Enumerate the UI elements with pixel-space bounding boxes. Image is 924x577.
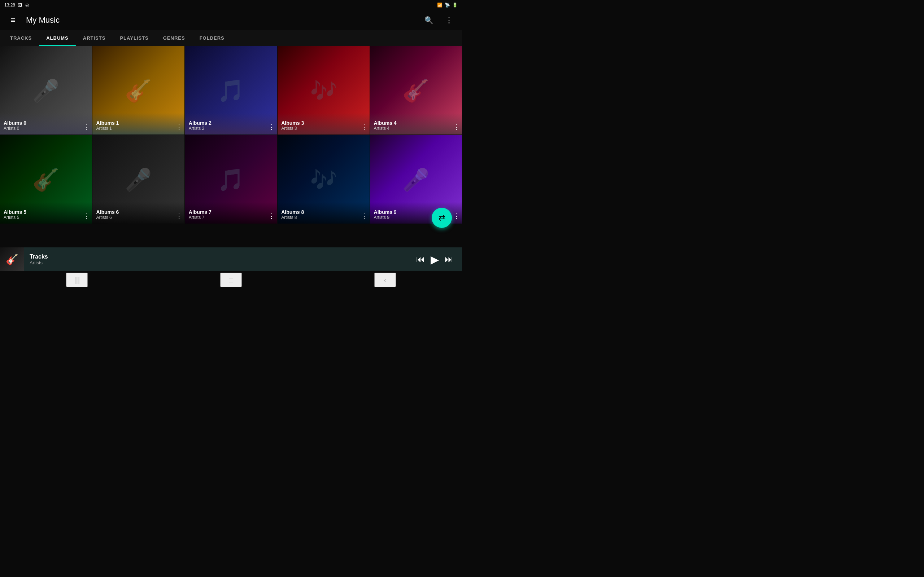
album-overlay-3: Albums 3Artists 3 [278, 113, 369, 134]
album-artist-7: Artists 7 [189, 215, 273, 220]
shuffle-icon: ⇄ [439, 213, 445, 222]
album-artist-0: Artists 0 [3, 126, 88, 131]
home-button[interactable]: □ [220, 272, 242, 287]
status-bar: 13:28 🖼 ◎ 📶 📡 🔋 [0, 0, 462, 10]
album-menu-3[interactable] [361, 124, 367, 130]
search-icon: 🔍 [425, 16, 433, 24]
album-menu-1[interactable] [176, 124, 182, 130]
search-button[interactable]: 🔍 [422, 13, 436, 27]
album-card-7[interactable]: Albums 7Artists 7 [185, 135, 277, 224]
time: 13:28 [4, 3, 15, 8]
status-left: 13:28 🖼 ◎ [4, 3, 29, 8]
hamburger-menu-button[interactable] [6, 13, 20, 27]
album-overlay-8: Albums 8Artists 8 [278, 202, 369, 224]
status-right: 📶 📡 🔋 [437, 3, 458, 8]
album-artist-6: Artists 6 [96, 215, 181, 220]
more-options-button[interactable]: ⋮ [442, 13, 456, 27]
prev-button[interactable]: ⏮ [416, 254, 425, 264]
album-card-6[interactable]: Albums 6Artists 6 [92, 135, 184, 224]
tab-folders[interactable]: FOLDERS [192, 30, 232, 46]
back-button[interactable]: ‹ [374, 272, 396, 287]
home-icon: □ [229, 276, 233, 284]
album-name-7: Albums 7 [189, 209, 273, 215]
tab-genres[interactable]: GENRES [156, 30, 192, 46]
album-menu-6[interactable] [176, 213, 182, 219]
player-artist-name: Artists [30, 260, 410, 266]
gallery-icon: 🖼 [18, 3, 23, 8]
album-menu-4[interactable] [453, 124, 460, 130]
album-name-4: Albums 4 [374, 120, 459, 126]
album-overlay-2: Albums 2Artists 2 [185, 113, 277, 134]
album-overlay-7: Albums 7Artists 7 [185, 202, 277, 224]
shuffle-fab[interactable]: ⇄ [432, 208, 452, 228]
album-artist-4: Artists 4 [374, 126, 459, 131]
album-name-1: Albums 1 [96, 120, 181, 126]
album-menu-9[interactable] [453, 213, 460, 219]
tabs-bar: TRACKS ALBUMS ARTISTS PLAYLISTS GENRES F… [0, 30, 462, 46]
tab-tracks[interactable]: TRACKS [3, 30, 39, 46]
album-card-2[interactable]: Albums 2Artists 2 [185, 46, 277, 134]
album-card-8[interactable]: Albums 8Artists 8 [278, 135, 369, 224]
album-artist-3: Artists 3 [281, 126, 366, 131]
wifi-icon: 📶 [437, 3, 443, 8]
album-overlay-4: Albums 4Artists 4 [370, 113, 462, 134]
album-menu-7[interactable] [268, 213, 275, 219]
album-card-0[interactable]: Albums 0Artists 0 [0, 46, 92, 134]
tab-artists[interactable]: ARTISTS [76, 30, 113, 46]
player-thumb-icon: 🎸 [6, 253, 18, 266]
back-icon: ‹ [384, 276, 386, 284]
album-name-2: Albums 2 [189, 120, 273, 126]
album-artist-5: Artists 5 [3, 215, 88, 220]
album-artist-1: Artists 1 [96, 126, 181, 131]
album-artist-8: Artists 8 [281, 215, 366, 220]
albums-grid: Albums 0Artists 0Albums 1Artists 1Albums… [0, 46, 462, 224]
signal-icon: 📡 [445, 3, 450, 8]
album-name-5: Albums 5 [3, 209, 88, 215]
album-menu-8[interactable] [361, 213, 367, 219]
album-overlay-1: Albums 1Artists 1 [92, 113, 184, 134]
page-title: My Music [26, 16, 416, 25]
recents-icon: ||| [74, 276, 80, 284]
hamburger-icon [11, 16, 16, 25]
album-name-8: Albums 8 [281, 209, 366, 215]
album-menu-5[interactable] [83, 213, 89, 219]
album-menu-2[interactable] [268, 124, 275, 130]
tab-playlists[interactable]: PLAYLISTS [113, 30, 155, 46]
album-name-3: Albums 3 [281, 120, 366, 126]
more-icon: ⋮ [445, 16, 453, 25]
play-pause-button[interactable]: ▶ [431, 253, 439, 266]
album-name-0: Albums 0 [3, 120, 88, 126]
player-info: Tracks Artists [24, 253, 416, 266]
next-button[interactable]: ⏭ [445, 254, 453, 264]
album-card-1[interactable]: Albums 1Artists 1 [92, 46, 184, 134]
album-card-3[interactable]: Albums 3Artists 3 [278, 46, 369, 134]
player-bar: 🎸 Tracks Artists ⏮ ▶ ⏭ [0, 247, 462, 271]
tab-albums[interactable]: ALBUMS [39, 30, 76, 46]
player-thumbnail[interactable]: 🎸 [0, 247, 24, 271]
location-icon: ◎ [25, 3, 29, 8]
album-artist-2: Artists 2 [189, 126, 273, 131]
album-overlay-6: Albums 6Artists 6 [92, 202, 184, 224]
player-track-name: Tracks [30, 253, 410, 260]
album-name-6: Albums 6 [96, 209, 181, 215]
recents-button[interactable]: ||| [66, 272, 88, 287]
player-controls: ⏮ ▶ ⏭ [416, 253, 462, 266]
album-card-4[interactable]: Albums 4Artists 4 [370, 46, 462, 134]
album-overlay-5: Albums 5Artists 5 [0, 202, 92, 224]
battery-icon: 🔋 [452, 3, 458, 8]
app-bar: My Music 🔍 ⋮ [0, 10, 462, 30]
nav-bar: ||| □ ‹ [0, 271, 462, 288]
album-card-5[interactable]: Albums 5Artists 5 [0, 135, 92, 224]
album-menu-0[interactable] [83, 124, 89, 130]
album-overlay-0: Albums 0Artists 0 [0, 113, 92, 134]
